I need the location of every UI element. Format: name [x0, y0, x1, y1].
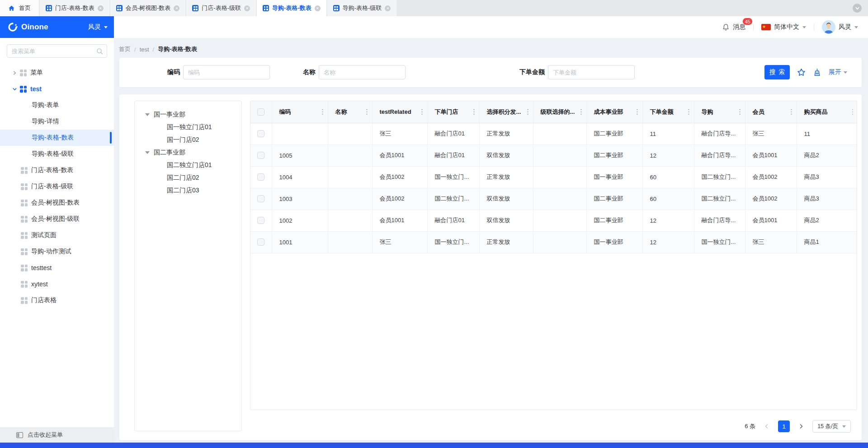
- sidebar-item-xytest[interactable]: xytest: [0, 276, 114, 292]
- row-checkbox[interactable]: [257, 152, 264, 159]
- column-menu-icon[interactable]: [580, 109, 582, 115]
- column-menu-icon[interactable]: [637, 109, 638, 115]
- env-switcher[interactable]: 风灵: [88, 23, 108, 31]
- column-header-购买商品[interactable]: 购买商品: [797, 101, 857, 123]
- close-icon[interactable]: ✕: [315, 5, 321, 11]
- table-cell: 11: [797, 123, 857, 145]
- sidebar-item-导购-表格-数表[interactable]: 导购-表格-数表: [0, 130, 114, 146]
- sidebar-item-testtest[interactable]: testtest: [0, 260, 114, 276]
- user-menu[interactable]: 风灵: [822, 20, 858, 34]
- row-checkbox[interactable]: [257, 130, 264, 137]
- column-menu-icon[interactable]: [739, 109, 741, 115]
- view-tab-会员-树视图-数表[interactable]: 会员-树视图-数表✕: [110, 0, 186, 16]
- row-checkbox[interactable]: [257, 238, 264, 246]
- filter-actions: 搜索 展开: [764, 65, 847, 79]
- breadcrumb-item[interactable]: 首页: [119, 45, 131, 53]
- column-header-成本事业部[interactable]: 成本事业部: [586, 101, 642, 123]
- table-cell: 会员1002: [745, 188, 797, 210]
- row-checkbox[interactable]: [257, 173, 264, 181]
- column-header-选择积分发...[interactable]: 选择积分发...: [479, 101, 533, 123]
- table-cell: 国一事业部: [586, 166, 642, 188]
- next-page-button[interactable]: [795, 420, 807, 432]
- sidebar-item-导购-表格-级联[interactable]: 导购-表格-级联: [0, 146, 114, 162]
- close-icon[interactable]: ✕: [244, 5, 250, 11]
- sidebar-item-会员-树视图-级联[interactable]: 会员-树视图-级联: [0, 211, 114, 227]
- column-header-下单门店[interactable]: 下单门店: [427, 101, 479, 123]
- sidebar-item-导购-详情[interactable]: 导购-详情: [0, 113, 114, 130]
- column-header-下单金额[interactable]: 下单金额: [642, 101, 694, 123]
- prev-page-button[interactable]: [761, 420, 773, 432]
- favorite-star-icon[interactable]: [797, 68, 806, 77]
- column-menu-icon[interactable]: [322, 109, 323, 115]
- tree-node-国一独立门店01[interactable]: 国一独立门店01: [135, 121, 241, 134]
- expand-toggle[interactable]: 展开: [829, 68, 847, 76]
- code-input[interactable]: [183, 65, 270, 79]
- tab-overflow-button[interactable]: [853, 4, 862, 13]
- page-size-select[interactable]: 15 条/页: [812, 420, 851, 433]
- sidebar-item-门店表格[interactable]: 门店表格: [0, 292, 114, 308]
- column-header-会员[interactable]: 会员: [745, 101, 797, 123]
- tree-node-国二事业部[interactable]: 国二事业部: [135, 146, 241, 159]
- sidebar-item-test[interactable]: test: [0, 81, 114, 97]
- menu-search-input[interactable]: [7, 44, 107, 58]
- tab-home[interactable]: 首页: [0, 0, 39, 16]
- sidebar-item-label: xytest: [31, 280, 48, 288]
- close-icon[interactable]: ✕: [98, 5, 104, 11]
- close-icon[interactable]: ✕: [385, 5, 391, 11]
- search-button[interactable]: 搜索: [764, 65, 790, 79]
- column-menu-icon[interactable]: [421, 109, 423, 115]
- tree-node-国一事业部[interactable]: 国一事业部: [135, 108, 241, 121]
- tree-node-国二门店02[interactable]: 国二门店02: [135, 172, 241, 184]
- column-menu-icon[interactable]: [473, 109, 475, 115]
- view-tab-导购-表格-级联[interactable]: 导购-表格-级联✕: [327, 0, 397, 16]
- table-cell: 国二事业部: [586, 123, 642, 145]
- row-checkbox[interactable]: [257, 195, 264, 202]
- column-menu-icon[interactable]: [852, 109, 854, 115]
- sidebar-item-菜单[interactable]: 菜单: [0, 65, 114, 81]
- select-all-checkbox[interactable]: [257, 108, 264, 116]
- caret-down-icon[interactable]: [145, 151, 150, 154]
- grid-icon: [21, 297, 28, 304]
- close-icon[interactable]: ✕: [174, 5, 179, 11]
- tree-node-label: 国二门店03: [167, 187, 199, 195]
- sidebar-item-会员-树视图-数表[interactable]: 会员-树视图-数表: [0, 195, 114, 211]
- amount-input[interactable]: [548, 65, 635, 79]
- tree-node-国二独立门店01[interactable]: 国二独立门店01: [135, 159, 241, 172]
- column-menu-icon[interactable]: [791, 109, 792, 115]
- row-checkbox[interactable]: [257, 217, 264, 224]
- caret-down-icon[interactable]: [145, 113, 150, 116]
- language-selector[interactable]: ★ 简体中文: [761, 23, 806, 31]
- column-header-名称[interactable]: 名称: [328, 101, 372, 123]
- tree-node-国二门店03[interactable]: 国二门店03: [135, 184, 241, 197]
- column-header-级联选择的...[interactable]: 级联选择的...: [533, 101, 586, 123]
- table-cell: 会员1001: [372, 210, 427, 231]
- sidebar-item-导购-表单[interactable]: 导购-表单: [0, 97, 114, 113]
- view-tab-门店-表格-数表[interactable]: 门店-表格-数表✕: [40, 0, 109, 16]
- sidebar-item-测试页面[interactable]: 测试页面: [0, 227, 114, 243]
- data-table: 编码名称testRelated下单门店选择积分发...级联选择的...成本事业部…: [250, 101, 857, 253]
- column-menu-icon[interactable]: [527, 109, 528, 115]
- collapse-menu-button[interactable]: 点击收起菜单: [0, 427, 114, 443]
- current-page[interactable]: 1: [778, 420, 790, 432]
- column-header-编码[interactable]: 编码: [272, 101, 328, 123]
- view-tab-导购-表格-数表[interactable]: 导购-表格-数表✕: [257, 0, 326, 16]
- tree-node-label: 国一独立门店01: [167, 123, 212, 131]
- breadcrumb-item[interactable]: test: [140, 46, 149, 53]
- sidebar-item-导购-动作测试[interactable]: 导购-动作测试: [0, 243, 114, 260]
- sidebar-item-门店-表格-数表[interactable]: 门店-表格-数表: [0, 162, 114, 178]
- tree-panel: 国一事业部国一独立门店01国一门店02国二事业部国二独立门店01国二门店02国二…: [134, 101, 242, 431]
- name-input[interactable]: [319, 65, 406, 79]
- message-count-badge: 45: [742, 18, 753, 25]
- tree-node-label: 国一门店02: [167, 136, 199, 144]
- tree-node-国一门店02[interactable]: 国一门店02: [135, 134, 241, 146]
- clear-brush-icon[interactable]: [813, 68, 821, 77]
- column-menu-icon[interactable]: [688, 109, 689, 115]
- sidebar-item-门店-表格-级联[interactable]: 门店-表格-级联: [0, 178, 114, 195]
- sidebar-item-label: 导购-表单: [32, 101, 59, 109]
- messages-button[interactable]: 消息 45: [722, 23, 745, 31]
- column-header-导购[interactable]: 导购: [694, 101, 745, 123]
- column-menu-icon[interactable]: [366, 109, 368, 115]
- column-header-testRelated[interactable]: testRelated: [372, 101, 427, 123]
- view-tab-门店-表格-级联[interactable]: 门店-表格-级联✕: [186, 0, 256, 16]
- table-cell: 正常发放: [479, 123, 533, 145]
